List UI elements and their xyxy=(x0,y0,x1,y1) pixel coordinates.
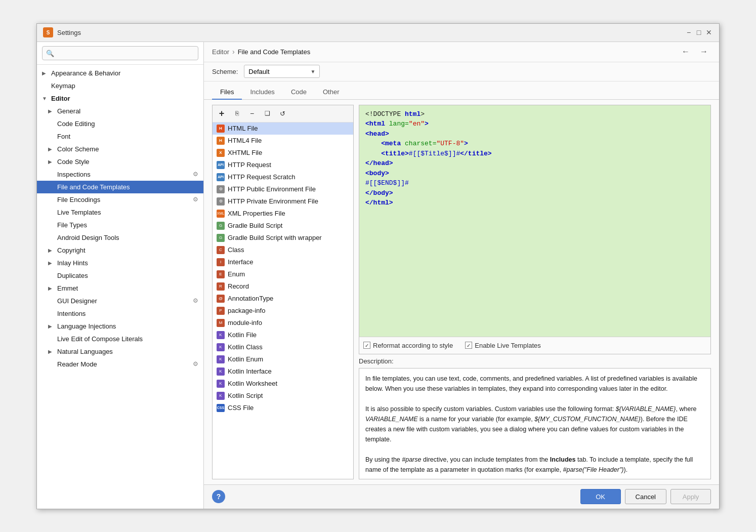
sidebar-item-gui-designer[interactable]: ▶ GUI Designer ⚙ xyxy=(37,295,203,307)
template-item-kotlin-class[interactable]: K Kotlin Class xyxy=(213,341,353,353)
scheme-bar: Scheme: Default ▼ xyxy=(204,62,719,81)
template-item-html-file[interactable]: H HTML File xyxy=(213,122,353,135)
sidebar-item-code-editing[interactable]: ▶ Code Editing xyxy=(37,117,203,130)
template-item-kotlin-file[interactable]: K Kotlin File xyxy=(213,329,353,341)
template-item-xml-properties[interactable]: XML XML Properties File xyxy=(213,208,353,220)
template-item-gradle-build[interactable]: G Gradle Build Script xyxy=(213,220,353,232)
sidebar-item-natural-languages[interactable]: ▶ Natural Languages xyxy=(37,345,203,358)
reformat-label: Reformat according to style xyxy=(373,342,453,349)
sidebar-item-inlay-hints[interactable]: ▶ Inlay Hints xyxy=(37,257,203,269)
tab-files[interactable]: Files xyxy=(212,85,242,100)
revert-template-button[interactable]: ↺ xyxy=(275,107,289,120)
template-item-label: Interface xyxy=(228,258,254,266)
sidebar-item-color-scheme[interactable]: ▶ Color Scheme xyxy=(37,143,203,155)
expand-icon: ▶ xyxy=(48,248,54,253)
sidebar-item-copyright[interactable]: ▶ Copyright xyxy=(37,244,203,257)
sidebar-item-file-types[interactable]: ▶ File Types xyxy=(37,219,203,231)
sidebar-item-font[interactable]: ▶ Font xyxy=(37,130,203,143)
template-item-record[interactable]: R Record xyxy=(213,280,353,293)
sidebar-item-editor[interactable]: ▼ Editor xyxy=(37,92,203,105)
template-item-label: Kotlin Class xyxy=(228,343,263,351)
sidebar-label: Editor xyxy=(51,95,70,102)
code-line: <head> xyxy=(365,129,704,139)
apply-button[interactable]: Apply xyxy=(670,489,711,504)
sidebar-item-appearance[interactable]: ▶ Appearance & Behavior xyxy=(37,67,203,79)
code-editor[interactable]: <!DOCTYPE html> <html lang="en"> <head> … xyxy=(359,105,710,337)
template-item-xhtml-file[interactable]: X XHTML File xyxy=(213,147,353,159)
scheme-dropdown[interactable]: Default ▼ xyxy=(244,65,320,78)
template-item-module-info[interactable]: M module-info xyxy=(213,317,353,329)
template-item-http-private-env[interactable]: ⚙ HTTP Private Environment File xyxy=(213,195,353,208)
template-item-html4-file[interactable]: H HTML4 File xyxy=(213,135,353,147)
sidebar-item-file-code-templates[interactable]: ▶ File and Code Templates xyxy=(37,181,203,193)
duplicate-template-button[interactable]: ❑ xyxy=(260,107,274,120)
reformat-checkbox[interactable]: ✓ Reformat according to style xyxy=(363,342,453,349)
tab-code[interactable]: Code xyxy=(283,85,315,100)
template-item-kotlin-interface[interactable]: K Kotlin Interface xyxy=(213,365,353,378)
close-button[interactable]: ✕ xyxy=(705,28,713,36)
template-item-label: HTML4 File xyxy=(228,137,262,144)
template-item-annotation-type[interactable]: @ AnnotationType xyxy=(213,293,353,305)
sidebar-label: Inspections xyxy=(57,171,91,178)
template-item-enum[interactable]: E Enum xyxy=(213,268,353,280)
sidebar-item-code-style[interactable]: ▶ Code Style xyxy=(37,155,203,168)
sidebar-item-keymap[interactable]: ▶ Keymap xyxy=(37,79,203,92)
annotation-type-icon: @ xyxy=(217,295,225,303)
template-item-kotlin-enum[interactable]: K Kotlin Enum xyxy=(213,353,353,365)
sidebar-item-intentions[interactable]: ▶ Intentions xyxy=(37,307,203,320)
sidebar-item-emmet[interactable]: ▶ Emmet xyxy=(37,282,203,295)
template-item-interface[interactable]: I Interface xyxy=(213,256,353,268)
template-item-label: Kotlin Worksheet xyxy=(228,380,277,387)
http-request-scratch-icon: API xyxy=(217,173,225,181)
template-item-label: HTTP Public Environment File xyxy=(228,185,316,193)
template-item-label: Gradle Build Script xyxy=(228,222,282,229)
sidebar-label: Appearance & Behavior xyxy=(51,69,120,77)
template-item-http-public-env[interactable]: ⚙ HTTP Public Environment File xyxy=(213,183,353,195)
back-button[interactable]: ← xyxy=(679,46,693,57)
ok-button[interactable]: OK xyxy=(580,489,621,504)
copy-template-button[interactable]: ⎘ xyxy=(230,107,244,120)
template-item-http-request-scratch[interactable]: API HTTP Request Scratch xyxy=(213,171,353,183)
tab-other[interactable]: Other xyxy=(315,85,348,100)
breadcrumb-current: File and Code Templates xyxy=(238,48,311,56)
sidebar-item-reader-mode[interactable]: ▶ Reader Mode ⚙ xyxy=(37,358,203,371)
chevron-down-icon: ▼ xyxy=(310,69,315,74)
template-item-gradle-build-wrapper[interactable]: G Gradle Build Script with wrapper xyxy=(213,232,353,244)
sidebar-label: File and Code Templates xyxy=(57,183,130,191)
template-item-class[interactable]: C Class xyxy=(213,244,353,256)
template-item-kotlin-worksheet[interactable]: K Kotlin Worksheet xyxy=(213,378,353,390)
help-button[interactable]: ? xyxy=(212,490,225,503)
checkbox-box: ✓ xyxy=(363,342,370,349)
template-item-http-request[interactable]: API HTTP Request xyxy=(213,159,353,171)
expand-icon: ▶ xyxy=(48,323,54,329)
add-template-button[interactable]: + xyxy=(215,107,229,120)
forward-button[interactable]: → xyxy=(697,46,711,57)
template-item-label: Kotlin Enum xyxy=(228,355,263,363)
template-item-package-info[interactable]: P package-info xyxy=(213,305,353,317)
template-list-panel: + ⎘ − ❑ ↺ H HTML File xyxy=(212,105,354,479)
search-input[interactable] xyxy=(42,46,198,60)
sidebar-item-android[interactable]: ▶ Android Design Tools xyxy=(37,231,203,244)
template-item-css-file[interactable]: CSS CSS File xyxy=(213,402,353,414)
sidebar-label: File Encodings xyxy=(57,196,100,203)
sidebar-item-inspections[interactable]: ▶ Inspections ⚙ xyxy=(37,168,203,181)
sidebar-item-duplicates[interactable]: ▶ Duplicates xyxy=(37,269,203,282)
template-item-kotlin-script[interactable]: K Kotlin Script xyxy=(213,390,353,402)
sidebar-item-language-injections[interactable]: ▶ Language Injections xyxy=(37,320,203,333)
sidebar-item-file-encodings[interactable]: ▶ File Encodings ⚙ xyxy=(37,193,203,206)
sidebar-item-general[interactable]: ▶ General xyxy=(37,105,203,117)
sidebar-item-live-edit[interactable]: ▶ Live Edit of Compose Literals xyxy=(37,333,203,345)
maximize-button[interactable]: □ xyxy=(695,28,703,36)
enum-icon: E xyxy=(217,270,225,278)
live-templates-checkbox[interactable]: ✓ Enable Live Templates xyxy=(465,342,541,349)
minimize-button[interactable]: − xyxy=(685,28,693,36)
record-icon: R xyxy=(217,282,225,291)
remove-template-button[interactable]: − xyxy=(245,107,259,120)
http-private-env-icon: ⚙ xyxy=(217,197,225,206)
live-templates-label: Enable Live Templates xyxy=(475,342,541,349)
template-item-label: CSS File xyxy=(228,404,254,412)
sidebar-label: Code Editing xyxy=(57,120,95,128)
cancel-button[interactable]: Cancel xyxy=(625,489,666,504)
sidebar-item-live-templates[interactable]: ▶ Live Templates xyxy=(37,206,203,219)
tab-includes[interactable]: Includes xyxy=(242,85,282,100)
